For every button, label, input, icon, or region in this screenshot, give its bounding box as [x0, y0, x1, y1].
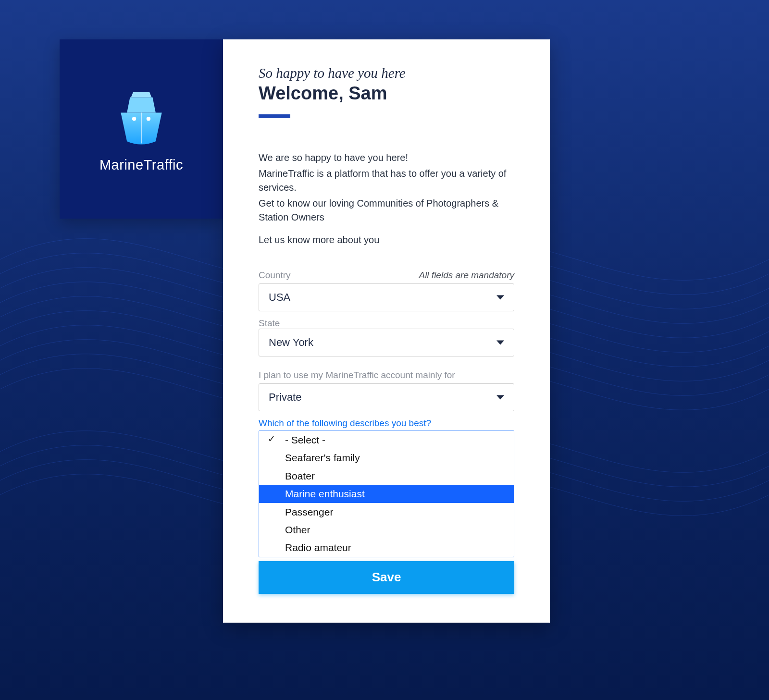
chevron-down-icon	[496, 341, 504, 345]
state-label: State	[259, 318, 514, 329]
describe-select-open[interactable]: - Select - Seafarer's family Boater Mari…	[259, 430, 514, 557]
country-label: Country	[259, 270, 291, 281]
describe-option[interactable]: Passenger	[259, 503, 514, 521]
state-value: New York	[269, 336, 313, 349]
describe-option[interactable]: Radio amateur	[259, 539, 514, 556]
mandatory-note: All fields are mandatory	[419, 270, 514, 281]
svg-point-0	[132, 117, 136, 121]
onboarding-form: So happy to have you here Welcome, Sam W…	[223, 39, 550, 623]
usage-label: I plan to use my MarineTraffic account m…	[259, 370, 514, 381]
title-underline	[259, 114, 290, 118]
country-select[interactable]: USA	[259, 283, 514, 311]
brand-panel: MarineTraffic	[60, 39, 223, 219]
chevron-down-icon	[496, 295, 504, 300]
state-select[interactable]: New York	[259, 329, 514, 356]
ship-icon	[111, 85, 172, 148]
intro-line: Get to know our loving Communities of Ph…	[259, 196, 514, 224]
usage-value: Private	[269, 391, 301, 404]
intro-line: We are so happy to have you here!	[259, 151, 514, 165]
chevron-down-icon	[496, 395, 504, 400]
brand-name: MarineTraffic	[99, 157, 183, 173]
describe-label: Which of the following describes you bes…	[259, 418, 514, 429]
intro-line: Let us know more about you	[259, 233, 514, 247]
intro-text: We are so happy to have you here! Marine…	[259, 151, 514, 247]
describe-option[interactable]: Marine enthusiast	[259, 485, 514, 503]
page-title: Welcome, Sam	[259, 83, 514, 104]
usage-select[interactable]: Private	[259, 383, 514, 411]
svg-point-1	[147, 117, 151, 121]
describe-option-placeholder[interactable]: - Select -	[259, 431, 514, 449]
describe-option[interactable]: Seafarer's family	[259, 449, 514, 467]
country-value: USA	[269, 291, 290, 304]
subtitle: So happy to have you here	[259, 65, 514, 81]
describe-option[interactable]: Boater	[259, 467, 514, 485]
intro-line: MarineTraffic is a platform that has to …	[259, 167, 514, 195]
save-button[interactable]: Save	[259, 561, 514, 594]
describe-option[interactable]: Other	[259, 521, 514, 539]
